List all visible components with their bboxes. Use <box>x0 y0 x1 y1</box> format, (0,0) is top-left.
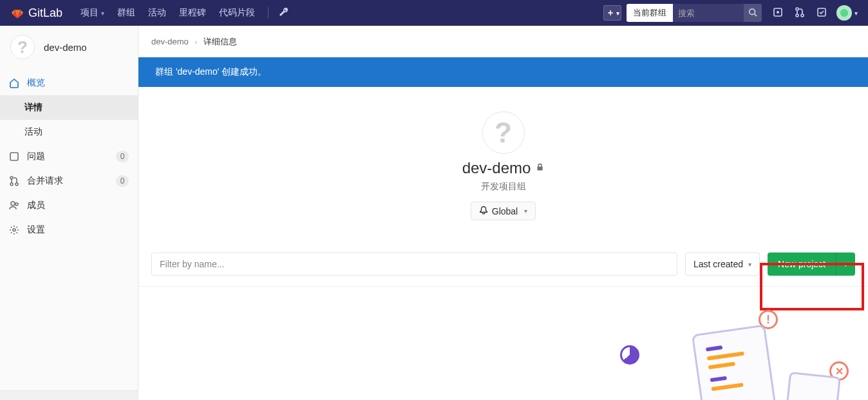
content-area: dev-demo › 详细信息 群组 'dev-demo' 创建成功。 ? de… <box>138 26 868 400</box>
todo-icon <box>816 7 827 19</box>
flash-notice: 群组 'dev-demo' 创建成功。 <box>138 57 868 87</box>
sort-label: Last created <box>693 259 743 269</box>
svg-point-2 <box>777 11 779 14</box>
nav-snippets[interactable]: 代码片段 <box>212 0 261 26</box>
new-menu-button[interactable]: ＋▾ <box>603 5 621 21</box>
svg-point-13 <box>13 229 15 231</box>
new-project-button[interactable]: New project <box>768 252 836 276</box>
svg-point-0 <box>750 8 755 14</box>
svg-rect-7 <box>10 153 18 160</box>
sidebar-item-issues[interactable]: 问题 0 <box>0 144 138 169</box>
nav-milestones[interactable]: 里程碑 <box>173 0 212 26</box>
nav-projects[interactable]: 项目▾ <box>74 0 111 26</box>
issues-icon <box>9 151 19 162</box>
empty-state-illustration: ! ✕ 🔒 ✓ <box>630 310 797 400</box>
nav-activity[interactable]: 活动 <box>142 0 173 26</box>
sidebar-item-members[interactable]: 成员 <box>0 193 138 218</box>
group-description: 开发项目组 <box>138 181 868 193</box>
new-project-dropdown[interactable]: ▾ <box>836 252 855 276</box>
chevron-down-icon: ▾ <box>616 10 619 17</box>
search-context-label[interactable]: 当前群组 <box>627 4 673 22</box>
chevron-down-icon: ▾ <box>101 10 104 17</box>
search-input[interactable] <box>673 4 744 22</box>
breadcrumbs: dev-demo › 详细信息 <box>138 26 868 57</box>
nav-issues-shortcut[interactable] <box>767 0 789 26</box>
sidebar-label: 概览 <box>27 77 45 89</box>
brand-label: GitLab <box>28 6 62 20</box>
sort-dropdown[interactable]: Last created ▾ <box>685 252 760 276</box>
page-icon <box>692 325 777 400</box>
lock-icon <box>536 163 544 173</box>
bell-icon <box>479 205 488 216</box>
svg-point-11 <box>11 202 15 205</box>
merge-count-badge: 0 <box>116 175 129 187</box>
group-header: ? dev-demo 开发项目组 Global ▾ <box>138 87 868 228</box>
wrench-icon <box>279 7 289 19</box>
sidebar-scrollbar[interactable] <box>0 390 138 400</box>
svg-point-8 <box>10 176 13 179</box>
users-icon <box>9 200 19 211</box>
issues-icon <box>773 7 783 19</box>
nav-divider <box>268 7 269 19</box>
search-button[interactable] <box>744 4 762 22</box>
nav-merge-shortcut[interactable] <box>789 0 811 26</box>
group-avatar-large: ? <box>482 111 525 154</box>
user-avatar[interactable] <box>836 5 852 21</box>
merge-request-icon <box>795 7 805 19</box>
home-icon <box>9 78 19 88</box>
group-name: dev-demo <box>462 159 545 177</box>
notification-dropdown[interactable]: Global ▾ <box>471 202 536 220</box>
svg-point-9 <box>10 183 13 186</box>
breadcrumb-page: 详细信息 <box>203 37 237 46</box>
caret-down-icon: ▾ <box>844 261 847 268</box>
sidebar-subitem-details[interactable]: 详情 <box>0 95 138 120</box>
chevron-down-icon: ▾ <box>524 207 527 214</box>
project-filter-bar: Last created ▾ New project ▾ <box>138 252 868 287</box>
svg-point-3 <box>796 8 798 10</box>
svg-point-5 <box>801 14 804 17</box>
sidebar-label: 设置 <box>27 224 45 236</box>
brand[interactable]: GitLab <box>10 5 62 21</box>
group-avatar-small: ? <box>10 35 35 59</box>
gear-icon <box>9 225 19 235</box>
chevron-down-icon: ▾ <box>748 261 751 268</box>
filter-by-name-input[interactable] <box>151 252 677 276</box>
gitlab-logo-icon <box>10 5 24 21</box>
sidebar-label: 合并请求 <box>27 175 63 187</box>
search-form: 当前群组 <box>627 4 762 22</box>
chevron-right-icon: › <box>194 38 197 46</box>
folder-icon <box>786 372 841 400</box>
pie-chart-icon <box>620 345 639 365</box>
svg-point-10 <box>15 183 18 186</box>
svg-point-4 <box>796 14 798 17</box>
chevron-down-icon[interactable]: ▾ <box>854 10 858 17</box>
notif-label: Global <box>492 206 518 216</box>
sidebar-label: 问题 <box>27 151 45 162</box>
sidebar: ? dev-demo 概览 详情 活动 问题 0 <box>0 26 138 400</box>
nav-admin[interactable] <box>275 0 293 26</box>
plus-icon: ＋ <box>606 7 615 19</box>
issues-count-badge: 0 <box>116 151 129 162</box>
search-icon <box>748 8 757 19</box>
merge-request-icon <box>9 176 19 186</box>
sidebar-subitem-activity[interactable]: 活动 <box>0 120 138 144</box>
sidebar-label: 成员 <box>27 200 45 211</box>
sidebar-group-name: dev-demo <box>44 42 87 53</box>
sidebar-header[interactable]: ? dev-demo <box>0 26 138 71</box>
nav-groups[interactable]: 群组 <box>111 0 142 26</box>
top-navbar: GitLab 项目▾ 群组 活动 里程碑 代码片段 ＋▾ 当前群组 <box>0 0 868 26</box>
new-project-group: New project ▾ <box>768 252 855 276</box>
svg-point-12 <box>15 203 18 205</box>
sidebar-item-overview[interactable]: 概览 详情 活动 <box>0 71 138 144</box>
nav-todos[interactable] <box>811 0 833 26</box>
sidebar-item-merge-requests[interactable]: 合并请求 0 <box>0 169 138 193</box>
breadcrumb-group[interactable]: dev-demo <box>151 37 189 46</box>
sidebar-item-settings[interactable]: 设置 <box>0 218 138 242</box>
